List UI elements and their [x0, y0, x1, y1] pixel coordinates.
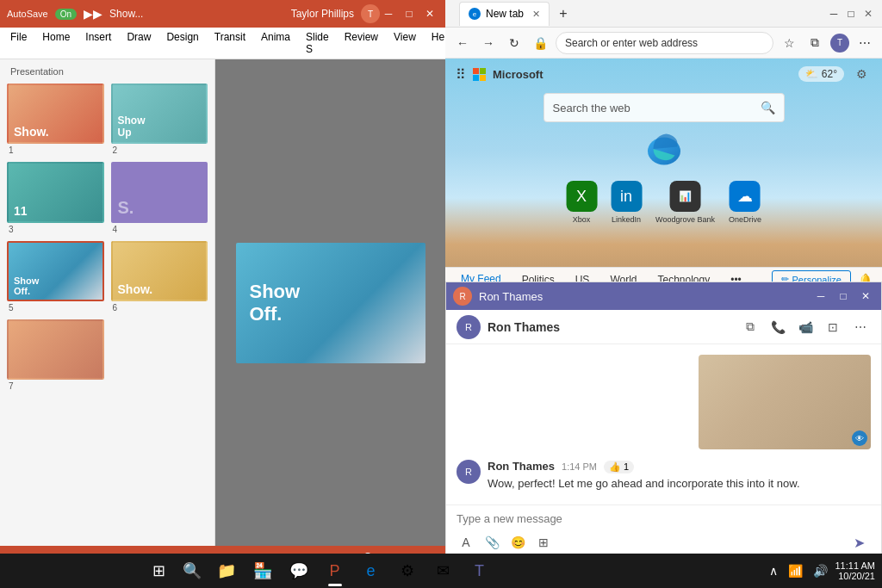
weather-icon: ⛅	[805, 68, 818, 80]
taskbar-powerpoint[interactable]: P	[318, 554, 352, 588]
menu-insert[interactable]: Insert	[78, 29, 118, 57]
tab-close-icon[interactable]: ✕	[532, 9, 540, 20]
slide-item-1[interactable]: Show. 1	[7, 84, 104, 155]
volume-icon[interactable]: 🔊	[811, 564, 830, 578]
format-icon[interactable]: A	[457, 533, 475, 552]
search-taskbar-icon[interactable]: 🔍	[177, 555, 208, 586]
gif-icon[interactable]: ⊞	[534, 533, 553, 552]
chevron-up-icon[interactable]: ∧	[767, 564, 780, 578]
browser-close[interactable]: ✕	[861, 7, 875, 21]
send-button[interactable]: ➤	[847, 530, 871, 554]
slide-item-7[interactable]: 7	[7, 319, 104, 391]
nt-header: ⠿ Microsoft ⛅ 62° ⚙	[445, 59, 882, 90]
autosave-toggle[interactable]: On	[55, 9, 77, 20]
slide-item-5[interactable]: ShowOff. 5	[7, 241, 104, 313]
slide-thumb-1: Show.	[7, 84, 104, 144]
new-tab[interactable]: e New tab ✕	[459, 2, 550, 26]
taskbar-settings[interactable]: ⚙	[390, 554, 425, 588]
teams-close[interactable]: ✕	[857, 288, 874, 305]
address-bar[interactable]: Search or enter web address	[556, 32, 773, 54]
message-text: Wow, perfect! Let me go ahead and incorp…	[488, 477, 871, 490]
copy-icon[interactable]: ⧉	[740, 317, 761, 337]
menu-home[interactable]: Home	[35, 29, 77, 57]
slide-num-3: 3	[7, 225, 104, 234]
collections-icon[interactable]: ⧉	[804, 33, 825, 53]
xbox-label: Xbox	[573, 215, 591, 224]
close-btn[interactable]: ✕	[421, 5, 438, 22]
browser-minimize[interactable]: ─	[827, 7, 841, 21]
taskbar-file-explorer[interactable]: 📁	[209, 554, 244, 588]
apps-grid-icon[interactable]: ⠿	[456, 66, 466, 83]
quick-link-xbox[interactable]: X Xbox	[566, 181, 597, 224]
teams-title-bar: R Ron Thames ─ □ ✕	[446, 282, 881, 310]
user-avatar: T	[361, 4, 380, 23]
back-button[interactable]: ←	[452, 33, 473, 53]
teams-messages: 👁 R Ron Thames 1:14 PM 👍 👍 11 Wow, perfe…	[446, 344, 881, 504]
message-row-text: R Ron Thames 1:14 PM 👍 👍 11 Wow, perfect…	[457, 460, 871, 490]
slide-thumb-7	[7, 319, 104, 380]
start-button[interactable]: ⊞	[144, 555, 175, 586]
weather-widget[interactable]: ⛅ 62°	[798, 66, 844, 82]
teams-maximize[interactable]: □	[835, 288, 852, 305]
edge-logo	[643, 127, 686, 170]
favorites-icon[interactable]: ☆	[779, 33, 799, 53]
attach-icon[interactable]: 📎	[482, 533, 501, 552]
refresh-button[interactable]: ↻	[504, 33, 525, 53]
teams-message-input[interactable]	[457, 512, 871, 525]
slide-1-text: Show.	[14, 125, 49, 139]
browser-user-avatar[interactable]: T	[830, 34, 849, 53]
browser-menu-btn[interactable]: ⋯	[854, 33, 875, 53]
menu-draw[interactable]: Draw	[120, 29, 158, 57]
taskbar-store[interactable]: 🏪	[245, 554, 280, 588]
slide-item-3[interactable]: 11 3	[7, 162, 104, 233]
slide-item-6[interactable]: Show. 6	[111, 241, 208, 313]
menu-design[interactable]: Design	[159, 29, 205, 57]
menu-slides[interactable]: Slide S	[299, 29, 336, 57]
browser-content: ⠿ Microsoft ⛅ 62° ⚙	[445, 59, 882, 291]
quick-link-onedrive[interactable]: ☁ OneDrive	[729, 181, 761, 224]
search-box[interactable]: Search the web 🔍	[543, 93, 785, 122]
slide-num-7: 7	[7, 381, 104, 391]
emoji-icon[interactable]: 😊	[508, 533, 527, 552]
reaction-badge[interactable]: 👍 👍 11	[604, 461, 634, 473]
more-options-icon[interactable]: ⋯	[850, 317, 871, 337]
share-screen-icon[interactable]: ⊡	[823, 317, 843, 337]
ppt-window-title: Show...	[109, 8, 143, 20]
browser-maximize[interactable]: □	[844, 7, 858, 21]
quick-link-linkedin[interactable]: in LinkedIn	[611, 181, 642, 224]
taskbar-edge[interactable]: e	[354, 554, 388, 588]
teams-chat-avatar: R	[457, 315, 481, 339]
taskbar-teams2[interactable]: T	[463, 554, 497, 588]
ms-red	[473, 68, 479, 74]
network-icon[interactable]: 📶	[786, 564, 805, 578]
system-clock[interactable]: 11:11 AM 10/20/21	[835, 560, 875, 581]
menu-review[interactable]: Review	[338, 29, 385, 57]
phone-icon[interactable]: 📞	[767, 317, 788, 337]
taskbar-teams[interactable]: 💬	[282, 554, 316, 588]
maximize-btn[interactable]: □	[401, 5, 418, 22]
message-avatar: R	[457, 460, 481, 484]
settings-gear-icon[interactable]: ⚙	[851, 64, 872, 84]
search-container: Search the web 🔍	[543, 93, 785, 122]
menu-view[interactable]: View	[387, 29, 423, 57]
menu-file[interactable]: File	[3, 29, 34, 57]
slide-item-4[interactable]: S. 4	[111, 162, 208, 233]
teams-minimize[interactable]: ─	[812, 288, 829, 305]
video-icon[interactable]: 📹	[795, 317, 816, 337]
ms-blue	[473, 75, 479, 81]
clock-time: 11:11 AM	[835, 560, 875, 571]
quick-link-woodgrove[interactable]: 📊 Woodgrove Bank	[655, 181, 715, 224]
menu-anima[interactable]: Anima	[254, 29, 297, 57]
title-bar-left: AutoSave On ▶▶ Show...	[7, 7, 291, 21]
slide-item-2[interactable]: ShowUp 2	[111, 84, 208, 155]
edge-tab-icon: e	[469, 8, 481, 20]
teams-toolbar: A 📎 😊 ⊞ ➤	[457, 530, 871, 554]
forward-button[interactable]: →	[478, 33, 499, 53]
menu-transit[interactable]: Transit	[208, 29, 252, 57]
quick-links: X Xbox in LinkedIn 📊 Woodgrove Bank ☁ On…	[566, 181, 761, 224]
new-tab-button[interactable]: +	[553, 3, 574, 24]
minimize-btn[interactable]: ─	[380, 5, 397, 22]
slide-6-text: Show.	[118, 282, 153, 296]
taskbar-mail[interactable]: ✉	[426, 554, 461, 588]
teams-window-title: Ron Thames	[479, 290, 543, 303]
